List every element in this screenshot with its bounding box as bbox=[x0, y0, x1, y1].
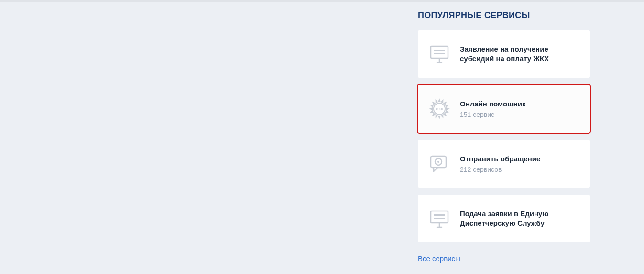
service-text: Заявление на получение субсидий на оплат… bbox=[460, 44, 580, 64]
svg-marker-19 bbox=[431, 100, 436, 105]
monitor-icon bbox=[427, 207, 451, 231]
svg-marker-6 bbox=[441, 99, 445, 104]
svg-rect-0 bbox=[431, 46, 448, 58]
svg-rect-4 bbox=[434, 53, 445, 54]
service-subtitle: 212 сервисов bbox=[460, 166, 580, 173]
gear-icon: ЖКХ bbox=[427, 97, 451, 121]
svg-rect-30 bbox=[434, 218, 445, 219]
service-text: Отправить обращение 212 сервисов bbox=[460, 154, 580, 173]
service-title: Онлайн помощник bbox=[460, 99, 580, 109]
svg-marker-7 bbox=[443, 100, 448, 105]
service-title: Подача заявки в Единую Диспетчерскую Слу… bbox=[460, 209, 580, 229]
svg-marker-18 bbox=[429, 104, 434, 108]
svg-text:ЖКХ: ЖКХ bbox=[435, 107, 443, 111]
service-title: Заявление на получение субсидий на оплат… bbox=[460, 44, 580, 64]
svg-marker-13 bbox=[438, 116, 441, 119]
svg-marker-20 bbox=[434, 99, 438, 104]
monitor-icon bbox=[427, 42, 451, 66]
section-title: ПОПУЛЯРНЫЕ СЕРВИСЫ bbox=[418, 11, 590, 21]
svg-marker-17 bbox=[429, 107, 433, 110]
svg-marker-10 bbox=[445, 110, 450, 115]
svg-marker-14 bbox=[434, 115, 438, 119]
chat-icon bbox=[427, 152, 451, 176]
svg-marker-5 bbox=[438, 98, 441, 102]
service-text: Онлайн помощник 151 сервис bbox=[460, 99, 580, 118]
popular-services-sidebar: ПОПУЛЯРНЫЕ СЕРВИСЫ Заявление на получени… bbox=[418, 11, 590, 263]
svg-point-25 bbox=[437, 161, 439, 163]
svg-marker-15 bbox=[431, 113, 436, 117]
svg-marker-8 bbox=[445, 104, 450, 108]
svg-rect-3 bbox=[434, 50, 445, 51]
service-card-send-appeal[interactable]: Отправить обращение 212 сервисов bbox=[418, 140, 590, 188]
service-subtitle: 151 сервис bbox=[460, 111, 580, 118]
service-card-dispatch[interactable]: Подача заявки в Единую Диспетчерскую Слу… bbox=[418, 195, 590, 242]
svg-marker-12 bbox=[441, 115, 445, 119]
service-title: Отправить обращение bbox=[460, 154, 580, 164]
service-card-online-assistant[interactable]: ЖКХ Онлайн помощник 151 сервис bbox=[418, 85, 590, 133]
top-border bbox=[0, 0, 644, 2]
service-card-subsidies[interactable]: Заявление на получение субсидий на оплат… bbox=[418, 30, 590, 78]
service-text: Подача заявки в Единую Диспетчерскую Слу… bbox=[460, 209, 580, 229]
all-services-link[interactable]: Все сервисы bbox=[418, 254, 460, 263]
svg-marker-9 bbox=[446, 107, 450, 110]
svg-rect-29 bbox=[434, 214, 445, 216]
svg-marker-11 bbox=[443, 113, 448, 117]
svg-rect-26 bbox=[431, 211, 448, 223]
svg-marker-16 bbox=[429, 110, 434, 115]
